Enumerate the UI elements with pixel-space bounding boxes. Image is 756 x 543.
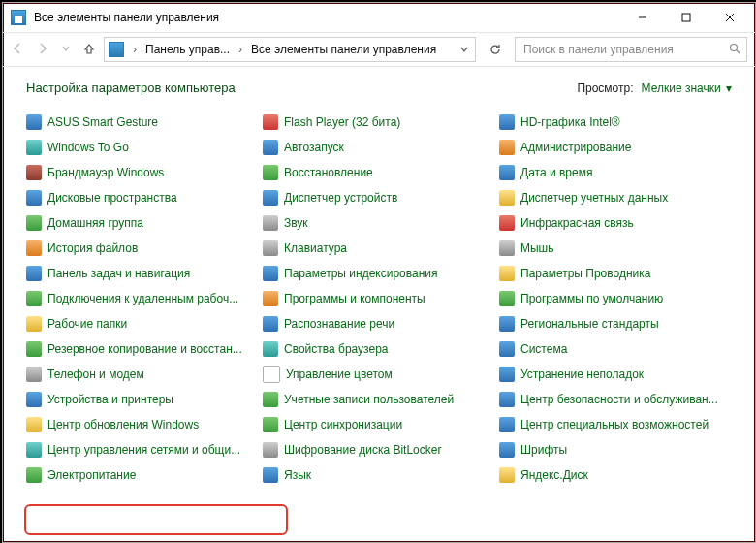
control-panel-item[interactable]: Программы и компоненты — [263, 289, 495, 308]
control-panel-item[interactable]: Дата и время — [499, 163, 732, 182]
item-label: Шифрование диска BitLocker — [284, 443, 495, 457]
item-label: Рабочие папки — [47, 317, 259, 331]
control-panel-item[interactable]: ASUS Smart Gesture — [26, 112, 259, 132]
control-panel-item[interactable]: HD-графика Intel® — [499, 112, 732, 132]
titlebar: Все элементы панели управления — [3, 3, 755, 33]
language-icon — [263, 467, 278, 483]
control-panel-item[interactable]: Рабочие папки — [26, 314, 259, 334]
control-panel-item[interactable]: Резервное копирование и восстан... — [26, 339, 259, 359]
breadcrumb-segment-1[interactable]: Панель управ... — [145, 43, 230, 56]
infrared-icon — [499, 215, 515, 231]
control-panel-item[interactable]: Язык — [263, 465, 495, 485]
item-label: Панель задач и навигация — [47, 267, 259, 280]
breadcrumb[interactable]: › Панель управ... › Все элементы панели … — [104, 37, 476, 62]
control-panel-item[interactable]: Свойства браузера — [263, 339, 495, 359]
view-by-dropdown[interactable]: Мелкие значки ▾ — [642, 81, 732, 95]
view-by-label: Просмотр: — [577, 81, 633, 95]
chevron-right-icon[interactable]: › — [234, 43, 247, 56]
devices-printers-icon — [26, 392, 42, 407]
backup-icon — [26, 341, 42, 357]
control-panel-item[interactable]: Устранение неполадок — [499, 365, 732, 384]
content-area: Настройка параметров компьютера Просмотр… — [3, 67, 755, 542]
item-label: Диспетчер учетных данных — [520, 191, 732, 205]
control-panel-item[interactable]: Параметры индексирования — [263, 264, 495, 283]
view-by: Просмотр: Мелкие значки ▾ — [577, 81, 732, 95]
item-label: Устройства и принтеры — [47, 393, 259, 406]
item-label: Мышь — [520, 241, 732, 255]
control-panel-item[interactable]: Восстановление — [263, 163, 495, 182]
control-panel-item[interactable]: Панель задач и навигация — [26, 264, 259, 283]
back-button[interactable] — [11, 42, 24, 58]
item-label: Программы и компоненты — [284, 292, 495, 305]
item-label: Устранение неполадок — [520, 367, 732, 381]
control-panel-item[interactable]: Программы по умолчанию — [499, 289, 732, 308]
control-panel-item[interactable]: Центр специальных возможностей — [499, 415, 732, 434]
breadcrumb-segment-2[interactable]: Все элементы панели управления — [251, 43, 436, 56]
control-panel-item[interactable]: Клавиатура — [263, 239, 495, 258]
control-panel-item[interactable]: Автозапуск — [263, 138, 495, 157]
control-panel-item[interactable]: Устройства и принтеры — [26, 390, 259, 409]
item-label: Центр безопасности и обслуживан... — [520, 393, 732, 406]
minimize-button[interactable] — [620, 4, 664, 31]
control-panel-item[interactable]: Распознавание речи — [263, 314, 495, 334]
wintogo-icon — [26, 140, 42, 155]
recent-dropdown[interactable] — [61, 43, 71, 56]
control-panel-item[interactable]: Телефон и модем — [26, 365, 259, 384]
control-panel-item[interactable]: Система — [499, 339, 732, 359]
control-panel-item[interactable]: Шрифты — [499, 440, 732, 460]
homegroup-icon — [26, 215, 42, 231]
item-label: Windows To Go — [47, 141, 259, 154]
item-label: Flash Player (32 бита) — [284, 115, 495, 129]
file-history-icon — [26, 240, 42, 256]
flash-icon — [263, 114, 278, 130]
maximize-button[interactable] — [664, 4, 708, 31]
control-panel-item[interactable]: Мышь — [499, 239, 732, 258]
up-button[interactable] — [82, 42, 96, 58]
control-panel-item[interactable]: Инфракрасная связь — [499, 213, 732, 233]
control-panel-item[interactable]: Администрирование — [499, 138, 732, 157]
control-panel-item[interactable]: История файлов — [26, 239, 259, 258]
control-panel-item[interactable]: Звук — [263, 213, 495, 233]
refresh-button[interactable] — [484, 43, 507, 56]
header-row: Настройка параметров компьютера Просмотр… — [26, 80, 732, 95]
sound-icon — [263, 215, 278, 231]
control-panel-item[interactable]: Центр безопасности и обслуживан... — [499, 390, 732, 409]
fonts-icon — [499, 442, 515, 458]
search-icon — [729, 43, 740, 57]
search-input[interactable] — [521, 42, 723, 57]
control-panel-item[interactable]: Яндекс.Диск — [499, 465, 732, 485]
date-time-icon — [499, 165, 515, 180]
control-panel-item[interactable]: Брандмауэр Windows — [26, 163, 259, 182]
close-button[interactable] — [708, 4, 751, 31]
items-grid: ASUS Smart GestureFlash Player (32 бита)… — [26, 112, 732, 485]
control-panel-item[interactable]: Центр управления сетями и общи... — [26, 440, 259, 460]
recovery-icon — [263, 165, 278, 180]
control-panel-item[interactable]: Центр обновления Windows — [26, 415, 259, 434]
control-panel-item[interactable]: Параметры Проводника — [499, 264, 732, 283]
control-panel-item[interactable]: Учетные записи пользователей — [263, 390, 495, 409]
item-label: HD-графика Intel® — [520, 115, 732, 129]
nav-arrows — [11, 42, 96, 58]
control-panel-item[interactable]: Центр синхронизации — [263, 415, 495, 434]
control-panel-item[interactable]: Домашняя группа — [26, 213, 259, 233]
control-panel-item[interactable]: Flash Player (32 бита) — [263, 112, 495, 132]
control-panel-item[interactable]: Управление цветом — [263, 365, 495, 384]
control-panel-item[interactable]: Диспетчер устройств — [263, 188, 495, 208]
window-frame: Все элементы панели управления — [2, 2, 756, 543]
control-panel-item[interactable]: Электропитание — [26, 465, 259, 485]
forward-button[interactable] — [36, 42, 49, 58]
chevron-down-icon[interactable] — [457, 45, 471, 54]
control-panel-item[interactable]: Подключения к удаленным рабоч... — [26, 289, 259, 308]
control-panel-item[interactable]: Диспетчер учетных данных — [499, 188, 732, 208]
search-box[interactable] — [515, 37, 747, 62]
chevron-down-icon: ▾ — [723, 81, 732, 95]
control-panel-item[interactable]: Дисковые пространства — [26, 188, 259, 208]
chevron-right-icon[interactable]: › — [128, 43, 142, 56]
window-title: Все элементы панели управления — [34, 11, 219, 24]
mouse-icon — [499, 240, 515, 256]
control-panel-icon — [11, 10, 26, 25]
control-panel-item[interactable]: Шифрование диска BitLocker — [263, 440, 495, 460]
control-panel-item[interactable]: Windows To Go — [26, 138, 259, 157]
item-label: Центр специальных возможностей — [520, 418, 732, 431]
control-panel-item[interactable]: Региональные стандарты — [499, 314, 732, 334]
